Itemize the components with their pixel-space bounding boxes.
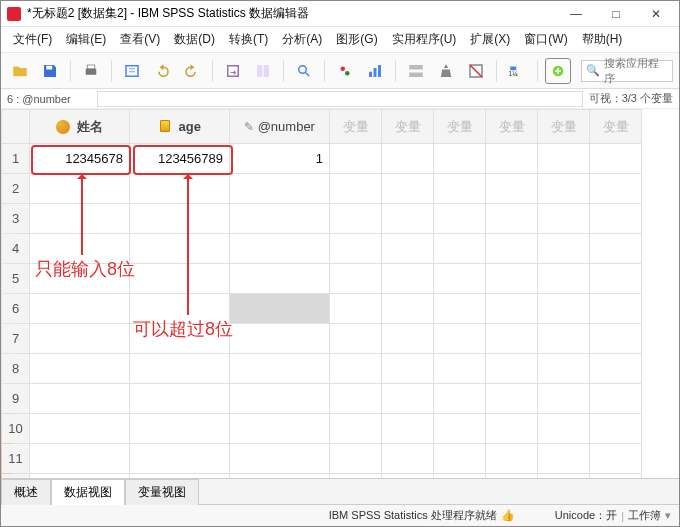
undo-icon[interactable] bbox=[149, 58, 175, 84]
empty-cell[interactable] bbox=[486, 234, 538, 264]
tab-variable-view[interactable]: 变量视图 bbox=[125, 479, 199, 505]
column-header-empty[interactable]: 变量 bbox=[330, 110, 382, 144]
empty-cell[interactable] bbox=[538, 324, 590, 354]
data-cell[interactable] bbox=[30, 444, 130, 474]
cell-value-edit[interactable] bbox=[97, 91, 583, 107]
data-cell[interactable] bbox=[230, 294, 330, 324]
data-cell[interactable]: 1 bbox=[230, 144, 330, 174]
menu-help[interactable]: 帮助(H) bbox=[576, 29, 629, 50]
empty-cell[interactable] bbox=[382, 144, 434, 174]
empty-cell[interactable] bbox=[330, 234, 382, 264]
app-search[interactable]: 🔍 搜索应用程序 bbox=[581, 60, 673, 82]
empty-cell[interactable] bbox=[590, 144, 642, 174]
variables-icon[interactable] bbox=[332, 58, 358, 84]
empty-cell[interactable] bbox=[382, 294, 434, 324]
empty-cell[interactable] bbox=[538, 354, 590, 384]
row-header[interactable]: 12 bbox=[2, 474, 30, 479]
data-cell[interactable] bbox=[130, 354, 230, 384]
data-cell[interactable] bbox=[230, 384, 330, 414]
column-header-empty[interactable]: 变量 bbox=[590, 110, 642, 144]
column-header-age[interactable]: age bbox=[130, 110, 230, 144]
empty-cell[interactable] bbox=[486, 354, 538, 384]
column-header-name[interactable]: 姓名 bbox=[30, 110, 130, 144]
empty-cell[interactable] bbox=[486, 294, 538, 324]
data-cell[interactable] bbox=[30, 474, 130, 479]
extension-hub-icon[interactable] bbox=[545, 58, 571, 84]
empty-cell[interactable] bbox=[538, 204, 590, 234]
empty-cell[interactable] bbox=[538, 234, 590, 264]
empty-cell[interactable] bbox=[590, 324, 642, 354]
empty-cell[interactable] bbox=[330, 264, 382, 294]
status-menu-icon[interactable]: ▾ bbox=[665, 509, 671, 522]
grid-corner[interactable] bbox=[2, 110, 30, 144]
empty-cell[interactable] bbox=[382, 264, 434, 294]
empty-cell[interactable] bbox=[330, 354, 382, 384]
goto-case-icon[interactable]: ➜ bbox=[220, 58, 246, 84]
empty-cell[interactable] bbox=[538, 384, 590, 414]
empty-cell[interactable] bbox=[382, 414, 434, 444]
empty-cell[interactable] bbox=[590, 264, 642, 294]
empty-cell[interactable] bbox=[486, 444, 538, 474]
empty-cell[interactable] bbox=[382, 444, 434, 474]
recall-dialog-icon[interactable] bbox=[119, 58, 145, 84]
empty-cell[interactable] bbox=[434, 384, 486, 414]
empty-cell[interactable] bbox=[590, 414, 642, 444]
select-cases-icon[interactable] bbox=[463, 58, 489, 84]
empty-cell[interactable] bbox=[486, 174, 538, 204]
empty-cell[interactable] bbox=[382, 324, 434, 354]
row-header[interactable]: 8 bbox=[2, 354, 30, 384]
empty-cell[interactable] bbox=[330, 474, 382, 479]
data-cell[interactable] bbox=[230, 444, 330, 474]
empty-cell[interactable] bbox=[538, 444, 590, 474]
empty-cell[interactable] bbox=[382, 354, 434, 384]
empty-cell[interactable] bbox=[486, 384, 538, 414]
empty-cell[interactable] bbox=[590, 174, 642, 204]
empty-cell[interactable] bbox=[590, 234, 642, 264]
empty-cell[interactable] bbox=[330, 144, 382, 174]
data-cell[interactable] bbox=[230, 234, 330, 264]
menu-graphs[interactable]: 图形(G) bbox=[330, 29, 383, 50]
data-cell[interactable] bbox=[230, 204, 330, 234]
minimize-button[interactable]: — bbox=[559, 1, 593, 26]
row-header[interactable]: 6 bbox=[2, 294, 30, 324]
empty-cell[interactable] bbox=[382, 384, 434, 414]
run-descriptives-icon[interactable] bbox=[362, 58, 388, 84]
empty-cell[interactable] bbox=[434, 294, 486, 324]
empty-cell[interactable] bbox=[434, 444, 486, 474]
data-cell[interactable] bbox=[30, 354, 130, 384]
empty-cell[interactable] bbox=[486, 474, 538, 479]
column-header-empty[interactable]: 变量 bbox=[538, 110, 590, 144]
close-button[interactable]: ✕ bbox=[639, 1, 673, 26]
empty-cell[interactable] bbox=[434, 414, 486, 444]
empty-cell[interactable] bbox=[434, 174, 486, 204]
empty-cell[interactable] bbox=[538, 414, 590, 444]
data-cell[interactable] bbox=[30, 174, 130, 204]
print-icon[interactable] bbox=[78, 58, 104, 84]
menu-view[interactable]: 查看(V) bbox=[114, 29, 166, 50]
data-cell[interactable] bbox=[130, 414, 230, 444]
empty-cell[interactable] bbox=[330, 414, 382, 444]
save-icon[interactable] bbox=[37, 58, 63, 84]
data-cell[interactable] bbox=[30, 264, 130, 294]
tab-data-view[interactable]: 数据视图 bbox=[51, 479, 125, 505]
data-cell[interactable] bbox=[230, 354, 330, 384]
data-cell[interactable] bbox=[230, 414, 330, 444]
row-header[interactable]: 7 bbox=[2, 324, 30, 354]
column-header-empty[interactable]: 变量 bbox=[434, 110, 486, 144]
empty-cell[interactable] bbox=[486, 204, 538, 234]
empty-cell[interactable] bbox=[330, 294, 382, 324]
data-cell[interactable] bbox=[130, 234, 230, 264]
column-header-empty[interactable]: 变量 bbox=[382, 110, 434, 144]
empty-cell[interactable] bbox=[590, 384, 642, 414]
menu-transform[interactable]: 转换(T) bbox=[223, 29, 274, 50]
row-header[interactable]: 9 bbox=[2, 384, 30, 414]
empty-cell[interactable] bbox=[382, 234, 434, 264]
weight-cases-icon[interactable] bbox=[433, 58, 459, 84]
empty-cell[interactable] bbox=[590, 294, 642, 324]
menu-extensions[interactable]: 扩展(X) bbox=[464, 29, 516, 50]
data-cell[interactable] bbox=[30, 414, 130, 444]
menu-data[interactable]: 数据(D) bbox=[168, 29, 221, 50]
data-cell[interactable] bbox=[30, 294, 130, 324]
empty-cell[interactable] bbox=[486, 414, 538, 444]
data-cell[interactable] bbox=[230, 174, 330, 204]
